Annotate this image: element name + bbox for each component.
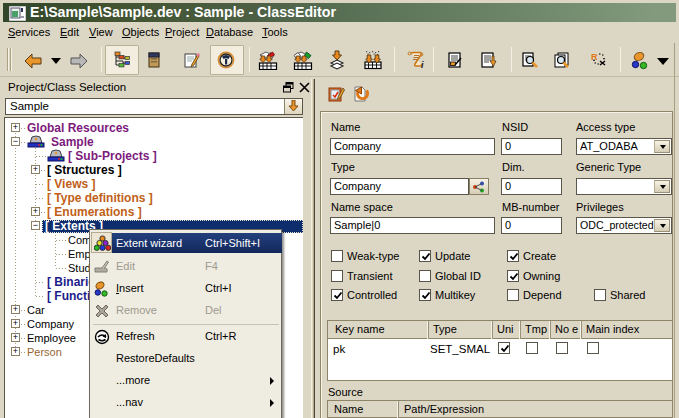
svg-text:i: i	[421, 60, 424, 69]
